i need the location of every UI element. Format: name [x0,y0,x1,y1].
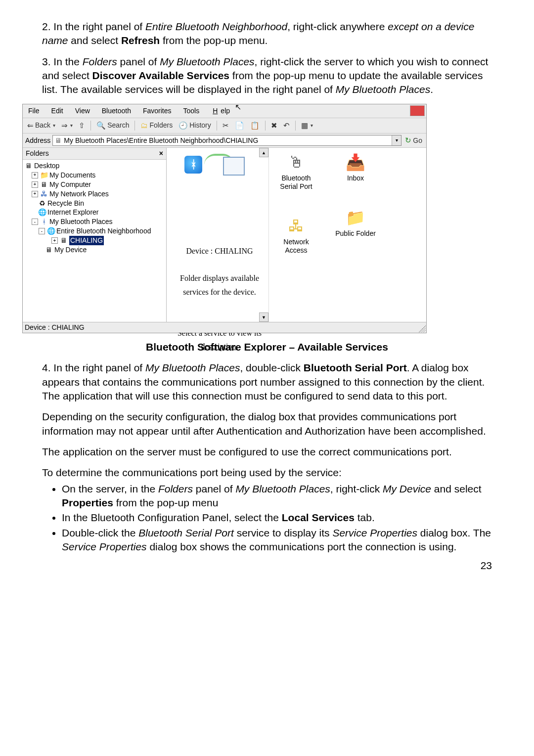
bluetooth-logo: ᚼ [176,152,245,177]
card-icon [223,157,245,176]
service-public-folder[interactable]: 📁 Public Folder [333,207,378,238]
step-4b: Depending on the security configuration,… [42,410,492,438]
folders-title: Folders [26,149,49,158]
address-text: My Bluetooth Places\Entire Bluetooth Nei… [64,136,258,145]
computer-icon: 🖥 [40,180,48,189]
toolbar: ⇐Back▾ ⇒▾ ⇧ 🔍Search 🗂Folders 🕘History ✂ … [23,118,426,133]
bullet-2: In the Bluetooth Configuration Panel, se… [62,511,492,525]
menu-bar: File Edit View Bluetooth Favorites Tools… [23,104,426,118]
status-text: Device : CHIALING [25,323,85,331]
back-button[interactable]: ⇐Back▾ [26,120,57,131]
window-corner-icon [410,105,425,116]
tree-chialing[interactable]: CHIALING [69,236,104,245]
expand-icon[interactable]: + [32,181,38,188]
tree-mydevice[interactable]: My Device [54,245,87,255]
cut-button[interactable]: ✂ [221,120,230,131]
bullet-3: Double-click the Bluetooth Serial Port s… [62,526,492,554]
close-folders-button[interactable]: × [159,149,163,158]
folder-tree: 🖥Desktop +📁My Documents +🖥My Computer +🖧… [23,160,166,256]
tree-mycomputer[interactable]: My Computer [49,180,91,189]
tree-mydocuments[interactable]: My Documents [49,171,95,180]
folder-icon: 📁 [333,207,378,228]
bluetooth-mark-icon: ᚼ [184,156,202,174]
bluetooth-icon: ᚼ [40,217,48,226]
globe-icon: 🌐 [47,226,55,236]
step-4d: To determine the communications port bei… [42,466,492,480]
scroll-down-button[interactable]: ▼ [259,312,268,322]
tree-entire-bt-neighborhood[interactable]: Entire Bluetooth Neighborhood [56,226,151,236]
folders-button[interactable]: 🗂Folders [139,120,174,131]
computer-icon: 🖥 [45,245,53,255]
computer-icon: 🖥 [55,136,62,145]
undo-button[interactable]: ↶ [282,120,291,131]
address-field[interactable]: 🖥 My Bluetooth Places\Entire Bluetooth N… [52,135,401,146]
info-line2: services for the device. [176,287,264,298]
tree-mynetworkplaces[interactable]: My Network Places [49,189,109,199]
address-label: Address [25,136,50,145]
expand-icon[interactable]: + [32,172,38,178]
status-bar: Device : CHIALING [23,322,426,333]
info-line1: Folder displays available [176,273,264,284]
info-line4: description. [176,341,264,352]
cursor-icon: ↖ [233,101,243,113]
tree-mybluetoothplaces[interactable]: My Bluetooth Places [49,217,113,226]
menu-edit[interactable]: Edit [50,106,65,116]
address-dropdown-button[interactable]: ▾ [392,135,401,145]
menu-tools[interactable]: Tools [182,106,201,116]
collapse-icon[interactable]: - [32,219,38,225]
expand-icon[interactable]: + [51,237,58,244]
collapse-icon[interactable]: - [39,228,45,234]
step-4c: The application on the server must be co… [42,445,492,459]
tree-internetexplorer[interactable]: Internet Explorer [47,208,99,217]
menu-help[interactable]: Help [210,106,233,116]
network-icon: 🖧 [40,189,48,199]
info-device: Device : CHIALING [176,246,264,257]
page-number: 23 [42,559,492,573]
menu-bluetooth[interactable]: Bluetooth [100,106,133,116]
folder-icon: 📁 [40,171,48,180]
address-bar: Address 🖥 My Bluetooth Places\Entire Blu… [23,133,426,148]
service-inbox[interactable]: 📥 Inbox [333,152,378,182]
resize-grip-icon[interactable] [419,325,426,332]
paste-button[interactable]: 📋 [249,120,261,131]
up-button[interactable]: ⇧ [77,120,87,131]
menu-view[interactable]: View [74,106,91,116]
views-button[interactable]: ▦▾ [300,120,314,131]
go-button[interactable]: ↻Go [403,135,424,146]
service-bluetooth-serial-port[interactable]: 🖱 Bluetooth Serial Port [274,152,318,191]
menu-file[interactable]: File [27,106,41,116]
copy-button[interactable]: 📄 [233,120,246,131]
step-2: 2. In the right panel of Entire Bluetoot… [42,20,492,48]
scroll-up-button[interactable]: ▲ [259,148,268,157]
bluetooth-explorer-window: File Edit View Bluetooth Favorites Tools… [22,104,427,333]
search-button[interactable]: 🔍Search [95,120,131,131]
delete-button[interactable]: ✖ [269,120,279,131]
network-access-icon: 🖧 [274,216,318,236]
service-network-access[interactable]: 🖧 Network Access [274,216,318,255]
bullet-list: On the server, in the Folders panel of M… [62,482,492,554]
tree-recyclebin[interactable]: Recycle Bin [47,199,84,208]
inbox-icon: 📥 [333,152,378,173]
info-pane: ▲ ▼ ᚼ Device : CHIALING Folder displays … [167,148,269,322]
step-3: 3. In the Folders panel of My Bluetooth … [42,55,492,97]
recycle-icon: ♻ [38,199,46,208]
ie-icon: 🌐 [38,208,46,217]
forward-button[interactable]: ⇒▾ [60,120,74,131]
serial-port-icon: 🖱 [274,152,318,173]
desktop-icon: 🖥 [25,161,33,171]
expand-icon[interactable]: + [32,191,38,197]
tree-desktop[interactable]: Desktop [34,161,59,171]
bullet-1: On the server, in the Folders panel of M… [62,482,492,510]
history-button[interactable]: 🕘History [177,120,213,131]
menu-favorites[interactable]: Favorites [141,106,173,116]
folders-pane: Folders × 🖥Desktop +📁My Documents +🖥My C… [23,148,167,322]
services-pane: 🖱 Bluetooth Serial Port 🖧 Network Access… [269,148,426,322]
computer-icon: 🖥 [60,236,68,245]
step-4: 4. In the right panel of My Bluetooth Pl… [42,361,492,403]
